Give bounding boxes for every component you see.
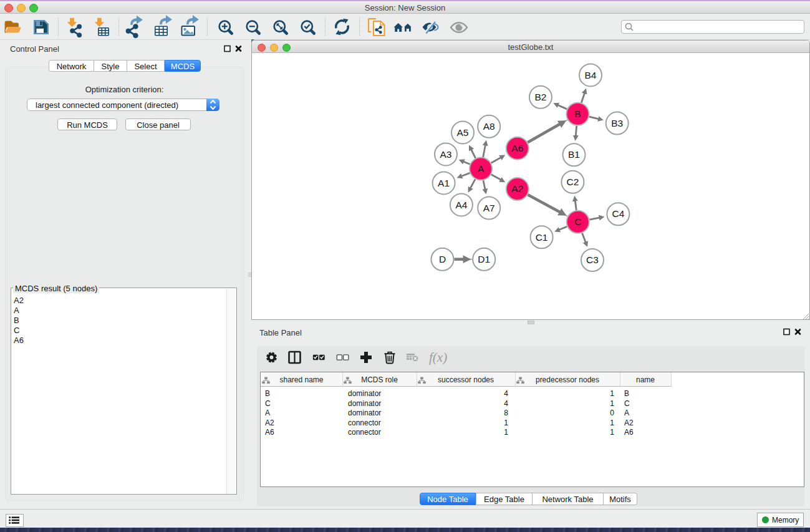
svg-text:A2: A2 — [511, 183, 523, 194]
svg-text:A4: A4 — [455, 200, 467, 210]
svg-text:B3: B3 — [611, 118, 623, 128]
svg-text:C3: C3 — [586, 254, 599, 265]
svg-text:B1: B1 — [568, 149, 580, 160]
svg-text:f(x): f(x) — [429, 350, 447, 365]
svg-text:B2: B2 — [534, 92, 546, 102]
svg-text:C: C — [574, 216, 581, 227]
svg-text:A8: A8 — [483, 121, 495, 132]
svg-text:B4: B4 — [585, 70, 597, 80]
svg-text:C2: C2 — [566, 177, 579, 187]
svg-text:B: B — [574, 109, 581, 119]
svg-text:D1: D1 — [478, 254, 490, 264]
svg-text:C1: C1 — [536, 232, 548, 243]
svg-text:A: A — [478, 163, 485, 174]
svg-text:A7: A7 — [483, 203, 495, 213]
svg-text:A3: A3 — [440, 149, 452, 160]
svg-text:A6: A6 — [511, 143, 523, 153]
svg-text:C4: C4 — [612, 208, 624, 219]
svg-text:A5: A5 — [457, 127, 469, 138]
svg-text:A1: A1 — [438, 178, 450, 188]
svg-text:D: D — [439, 254, 446, 264]
